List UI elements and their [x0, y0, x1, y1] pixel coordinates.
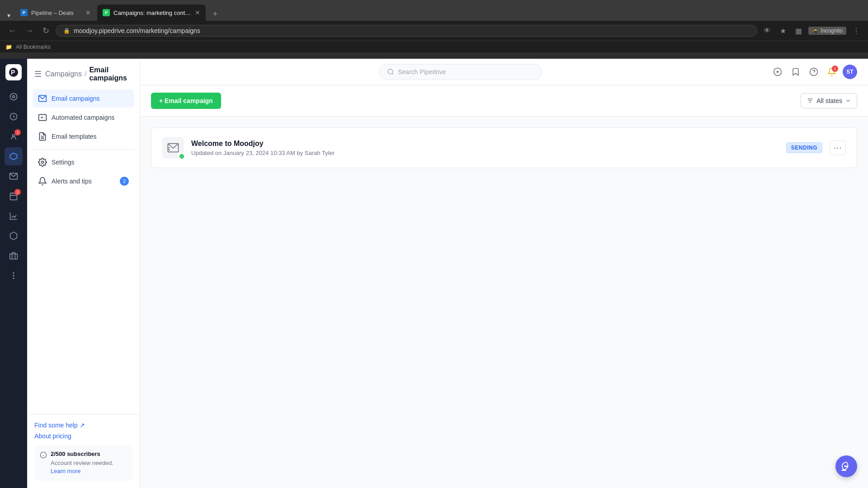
svg-rect-8 — [10, 254, 18, 259]
main-content: 1 ST + Email campaign All states — [140, 59, 868, 488]
automated-campaigns-label: Automated campaigns — [52, 114, 114, 121]
browser-tab-1[interactable]: P Pipeline – Deals ✕ — [15, 5, 96, 21]
state-filter-label: All states — [816, 97, 842, 104]
notification-badge: 1 — [832, 66, 838, 72]
find-help-link[interactable]: Find some help ↗ — [34, 422, 132, 429]
incognito-label: Incognito — [821, 28, 843, 34]
sidebar-item-settings[interactable]: Settings — [33, 153, 134, 171]
campaign-type-icon — [167, 141, 179, 154]
tab1-close[interactable]: ✕ — [85, 9, 91, 16]
sidebar-item-alerts-and-tips[interactable]: Alerts and tips 2 — [33, 172, 134, 190]
tab2-favicon: P — [103, 9, 110, 16]
settings-icon — [38, 158, 47, 167]
campaign-meta: Updated on January 23, 2024 10:33 AM by … — [191, 150, 779, 156]
sidebar-footer: Find some help ↗ About pricing 2/500 sub… — [27, 414, 140, 488]
bookmarks-folder-icon: 📁 — [5, 44, 12, 50]
app-logo[interactable]: P — [5, 64, 22, 80]
tab1-favicon: P — [20, 9, 28, 16]
incognito-hat-icon: 🥷 — [812, 28, 819, 34]
alerts-icon — [38, 177, 47, 186]
breadcrumb-parent[interactable]: Campaigns — [45, 70, 82, 78]
browser-menu-icon[interactable]: ⋮ — [850, 25, 863, 37]
rail-item-deals[interactable] — [5, 108, 23, 126]
help-icon-button[interactable] — [807, 65, 821, 79]
campaign-header-right: All states — [801, 93, 857, 108]
rail-item-warehouse[interactable] — [5, 247, 23, 265]
campaign-more-button[interactable]: ⋯ — [830, 141, 846, 155]
alerts-badge: 2 — [120, 177, 129, 186]
email-campaigns-label: Email campaigns — [52, 95, 100, 102]
alerts-and-tips-label: Alerts and tips — [52, 178, 92, 185]
svg-point-20 — [846, 466, 847, 467]
breadcrumb-current: Email campaigns — [89, 66, 132, 82]
learn-more-link[interactable]: Learn more — [51, 468, 80, 474]
settings-label: Settings — [52, 159, 75, 166]
back-button[interactable]: ← — [5, 24, 19, 38]
chat-icon — [841, 461, 851, 471]
topbar-icons: 1 ST — [770, 65, 857, 79]
add-email-campaign-button[interactable]: + Email campaign — [151, 93, 221, 109]
svg-point-9 — [13, 272, 14, 273]
sidebar-item-email-campaigns[interactable]: Email campaigns — [33, 89, 134, 108]
external-link-icon: ↗ — [80, 422, 85, 429]
rail-item-campaigns[interactable] — [5, 147, 23, 165]
rail-item-overview[interactable] — [5, 88, 23, 106]
sidebar-item-automated-campaigns[interactable]: Automated campaigns — [33, 108, 134, 127]
rail-item-activities[interactable]: 1 — [5, 187, 23, 205]
reload-button[interactable]: ↻ — [40, 24, 52, 38]
chat-fab-button[interactable] — [835, 455, 857, 477]
sidebar-header: ☰ Campaigns / Email campaigns — [27, 59, 140, 86]
subscribers-info: 2/500 subscribers Account review needed.… — [40, 450, 127, 475]
rail-item-more[interactable] — [5, 267, 23, 285]
subscribers-text: 2/500 subscribers Account review needed.… — [51, 450, 127, 475]
incognito-badge: 🥷 Incognito — [808, 27, 846, 35]
app-container: P 1 — [0, 59, 868, 488]
tab-list-button[interactable]: ▾ — [4, 10, 14, 21]
leads-badge: 1 — [14, 129, 21, 136]
eyedropper-icon[interactable]: 👁 — [761, 25, 774, 37]
lock-icon: 🔒 — [63, 28, 70, 34]
top-bar: 1 ST — [140, 59, 868, 85]
state-filter-dropdown[interactable]: All states — [801, 93, 857, 108]
url-input[interactable] — [74, 27, 750, 34]
rail-item-mail[interactable] — [5, 167, 23, 185]
chevron-down-icon — [845, 98, 851, 104]
info-icon — [40, 451, 47, 459]
campaign-header-left: + Email campaign — [151, 93, 221, 109]
breadcrumb-separator: / — [85, 70, 86, 78]
campaign-card: Welcome to Moodjoy Updated on January 23… — [151, 127, 857, 168]
svg-point-2 — [13, 96, 15, 98]
svg-point-19 — [844, 466, 845, 467]
add-button[interactable] — [770, 65, 785, 79]
address-bar[interactable]: 🔒 — [56, 25, 757, 37]
rail-item-leads[interactable]: 1 — [5, 127, 23, 145]
tab1-label: Pipeline – Deals — [31, 9, 74, 16]
subscribers-count: 2/500 subscribers — [51, 450, 127, 457]
automated-campaigns-icon — [38, 113, 47, 122]
browser-tab-2[interactable]: P Campaigns: marketing contacts ✕ — [97, 5, 206, 21]
notification-button[interactable]: 1 — [825, 65, 839, 79]
pricing-link-label: About pricing — [34, 432, 71, 440]
bookmark-icon-button[interactable] — [788, 65, 803, 79]
about-pricing-link[interactable]: About pricing — [34, 432, 132, 440]
icon-rail: P 1 — [0, 59, 27, 488]
forward-button[interactable]: → — [23, 24, 36, 38]
new-tab-button[interactable]: + — [208, 7, 222, 21]
email-templates-icon — [38, 132, 47, 141]
rail-item-insights[interactable] — [5, 207, 23, 225]
svg-point-21 — [847, 466, 848, 467]
sidebar-toggle-button[interactable]: ☰ — [34, 69, 42, 79]
sidebar-item-email-templates[interactable]: Email templates — [33, 127, 134, 145]
search-input[interactable] — [398, 68, 534, 75]
search-container[interactable] — [379, 64, 542, 80]
campaign-icon-wrap — [162, 137, 184, 159]
split-screen-icon[interactable]: ▦ — [793, 25, 805, 37]
bookmark-star-icon[interactable]: ★ — [777, 25, 789, 37]
tab2-close[interactable]: ✕ — [195, 9, 200, 16]
bookmarks-bar: 📁 All Bookmarks — [0, 41, 868, 52]
campaign-list-body: Welcome to Moodjoy Updated on January 23… — [140, 117, 868, 488]
rail-item-products[interactable] — [5, 227, 23, 245]
help-link-label: Find some help — [34, 422, 78, 429]
all-bookmarks-label[interactable]: All Bookmarks — [16, 44, 51, 50]
user-avatar[interactable]: ST — [843, 65, 857, 79]
